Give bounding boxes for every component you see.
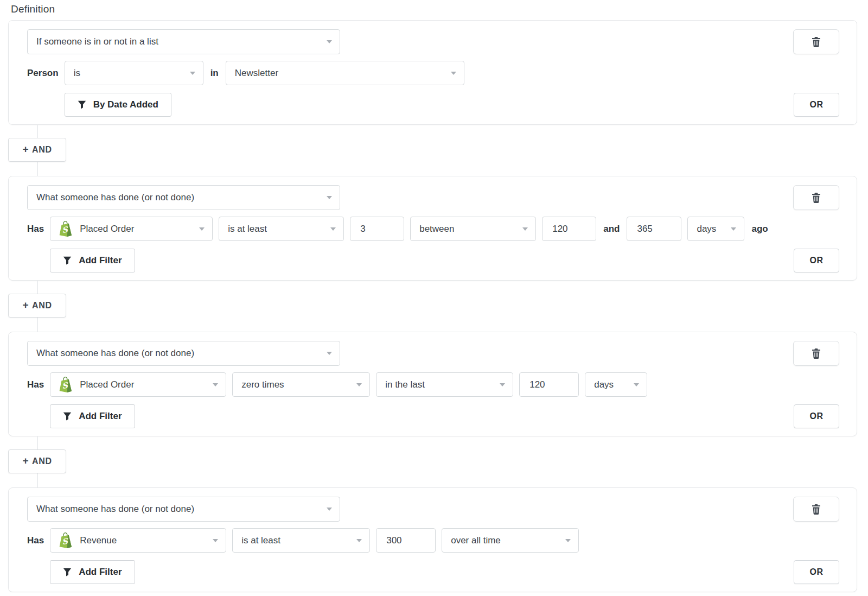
condition-type-select[interactable]: If someone is in or not in a list [27,29,340,54]
or-button[interactable]: OR [794,560,839,584]
chevron-down-icon [356,539,362,542]
condition-type-select[interactable]: What someone has done (or not done) [27,497,340,522]
add-and-button[interactable]: +AND [8,449,66,473]
quantity-input[interactable] [350,217,404,241]
metric-select[interactable]: S Placed Order [50,372,226,397]
person-operator-select[interactable]: is [65,61,203,85]
time-units-select-value: days [594,379,614,390]
condition-fields: S Placed Orderzero timesin the lastdays [50,372,839,397]
timeframe-end-input[interactable] [627,217,681,241]
delete-condition-button[interactable] [793,341,839,366]
chevron-down-icon [356,383,362,386]
condition-card: If someone is in or not in a list Person… [8,20,857,125]
chevron-down-icon [327,352,332,355]
condition-prefix-label: Has [27,224,44,234]
segment-definition-builder: Definition If someone is in or not in a … [8,3,857,592]
trash-icon [812,504,821,515]
filter-button-label: Add Filter [79,567,122,578]
condition-fields: S Revenueis at leastover all time [50,528,839,553]
add-filter-button[interactable]: Add Filter [50,404,135,428]
chevron-down-icon [522,227,528,231]
chevron-down-icon [330,227,336,231]
chevron-down-icon [213,539,218,542]
chevron-down-icon [500,383,505,386]
condition-type-select-value: What someone has done (or not done) [36,348,194,359]
and-button-label: AND [32,145,52,155]
card-body: Has S Placed Orderis at leastbetweenandd… [27,217,839,272]
condition-card: What someone has done (or not done) Has … [8,332,857,436]
timeframe-input[interactable] [519,372,579,397]
condition-prefix-label: Has [27,535,44,546]
person-operator-select-value: is [74,68,80,79]
trash-icon [812,37,821,47]
timeframe-operator-select[interactable]: in the last [376,372,513,397]
or-button[interactable]: OR [794,404,839,428]
time-units-select-value: days [697,224,716,234]
condition-fields: S Placed Orderis at leastbetweenanddaysa… [50,217,839,241]
plus-icon: + [22,299,29,311]
condition-type-select-value: What someone has done (or not done) [36,504,194,515]
metric-select[interactable]: S Placed Order [50,217,213,241]
card-top-row: What someone has done (or not done) [27,341,839,366]
quantity-operator-select[interactable]: is at least [219,217,344,241]
delete-condition-button[interactable] [793,29,839,54]
timeframe-start-input[interactable] [542,217,596,241]
card-top-row: If someone is in or not in a list [27,29,839,54]
add-and-button[interactable]: +AND [8,294,66,318]
metric-select-value: Placed Order [80,224,134,234]
or-button[interactable]: OR [794,93,839,117]
condition-type-select-value: If someone is in or not in a list [36,36,158,47]
time-units-select[interactable]: days [687,217,744,241]
chevron-down-icon [565,539,571,542]
and-separator: +AND [8,281,857,332]
add-filter-button[interactable]: Add Filter [50,560,135,584]
filter-button-label: Add Filter [79,255,122,266]
card-body: Has S Revenueis at leastover all time Ad… [27,528,839,584]
page-title: Definition [11,3,857,15]
trash-icon [812,348,821,359]
shopify-icon: S [59,532,72,548]
quantity-operator-select[interactable]: is at least [232,528,370,553]
chevron-down-icon [327,40,332,43]
by-date-added-button[interactable]: By Date Added [65,93,171,117]
shopify-icon: S [59,377,72,392]
card-bottom-row: Add FilterOR [50,249,839,272]
frequency-select-value: zero times [241,379,284,390]
add-and-button[interactable]: +AND [8,138,66,162]
in-label: in [209,68,220,79]
card-top-row: What someone has done (or not done) [27,497,839,522]
time-units-select[interactable]: days [585,372,647,397]
timeframe-operator-select[interactable]: between [410,217,536,241]
delete-condition-button[interactable] [793,185,839,210]
filter-button-label: By Date Added [93,99,158,110]
metric-select[interactable]: S Revenue [50,528,226,553]
chevron-down-icon [634,383,639,386]
timeframe-operator-select-value: in the last [385,379,425,390]
condition-type-select[interactable]: What someone has done (or not done) [27,185,340,210]
condition-card: What someone has done (or not done) Has … [8,487,857,592]
list-select[interactable]: Newsletter [226,61,464,85]
timeframe-select-value: over all time [451,535,501,546]
card-body: Has S Placed Orderzero timesin the lastd… [27,372,839,428]
or-button[interactable]: OR [794,249,839,272]
ago-label: ago [750,224,769,234]
chevron-down-icon [199,227,205,231]
delete-condition-button[interactable] [793,497,839,522]
chevron-down-icon [190,72,195,75]
timeframe-select[interactable]: over all time [442,528,579,553]
condition-list: If someone is in or not in a list Person… [8,20,857,592]
timeframe-operator-select-value: between [419,224,454,234]
add-filter-button[interactable]: Add Filter [50,249,135,272]
condition-type-select-value: What someone has done (or not done) [36,192,194,203]
condition-prefix-label: Has [27,379,44,390]
chevron-down-icon [731,227,736,231]
quantity-operator-select-value: is at least [228,224,267,234]
condition-fields: isinNewsletter [65,61,839,85]
condition-type-select[interactable]: What someone has done (or not done) [27,341,340,366]
filter-icon [78,100,86,110]
and-label: and [602,224,621,234]
frequency-select[interactable]: zero times [232,372,370,397]
plus-icon: + [22,143,29,155]
value-input[interactable] [376,528,436,553]
filter-icon [63,412,72,421]
